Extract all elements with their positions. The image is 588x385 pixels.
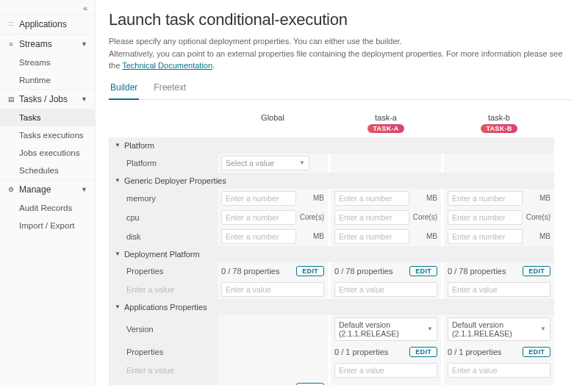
chevron-down-icon: ▼: [115, 303, 121, 310]
memory-a-input[interactable]: [334, 191, 409, 206]
label-placeholder: Enter a value: [109, 280, 218, 299]
label-memory: memory: [109, 189, 218, 208]
memory-global-input[interactable]: [221, 191, 296, 206]
label-properties: Properties: [109, 343, 218, 361]
label-placeholder: Enter a value: [109, 361, 218, 380]
main-content: Launch task conditional-execution Please…: [96, 0, 588, 385]
label-platform: Platform: [109, 154, 218, 173]
sidebar-item-streams-sub[interactable]: Streams: [0, 54, 95, 71]
edit-button[interactable]: EDIT: [523, 266, 551, 276]
sidebar-item-import-export[interactable]: Import / Export: [0, 217, 95, 234]
section-platform[interactable]: ▼Platform: [109, 137, 554, 154]
sidebar-item-tasks[interactable]: ▤ Tasks / Jobs ▼: [0, 89, 95, 109]
sidebar-label: Tasks / Jobs: [19, 94, 68, 104]
cpu-global-input[interactable]: [221, 210, 296, 225]
cpu-a-input[interactable]: [334, 210, 409, 225]
section-apps[interactable]: ▼Applications Properties: [109, 299, 554, 315]
section-args[interactable]: ▼Arguments: [109, 380, 218, 386]
edit-button[interactable]: EDIT: [523, 347, 551, 357]
sidebar-item-streams[interactable]: ≡ Streams ▼: [0, 34, 95, 54]
apps-val-b[interactable]: [448, 363, 551, 378]
section-generic[interactable]: ▼Generic Deployer Properties: [109, 173, 554, 189]
sidebar-label: Streams: [19, 39, 52, 49]
sidebar-item-runtime[interactable]: Runtime: [0, 71, 95, 89]
sidebar-item-audit[interactable]: Audit Records: [0, 199, 95, 217]
col-header-task-a: task-aTASK-A: [331, 107, 441, 137]
chevron-down-icon: ▼: [115, 142, 121, 148]
edit-button[interactable]: EDIT: [296, 383, 324, 386]
chevron-down-icon: ▼: [81, 40, 87, 48]
label-disk: disk: [109, 227, 218, 246]
chevron-down-icon: ▼: [427, 325, 433, 332]
sidebar-collapse[interactable]: «: [0, 0, 95, 14]
chevron-down-icon: ▼: [299, 159, 305, 166]
page-title: Launch task conditional-execution: [109, 10, 572, 29]
version-b-select[interactable]: Default version (2.1.1.RELEASE)▼: [448, 317, 551, 341]
col-header-task-b: task-bTASK-B: [444, 107, 554, 137]
disk-b-input[interactable]: [448, 229, 523, 244]
gear-icon: ⚙: [7, 186, 15, 193]
section-deploy[interactable]: ▼Deployment Platform: [109, 246, 554, 262]
tab-builder[interactable]: Builder: [109, 79, 139, 100]
intro-text: Please specify any optional deployment p…: [109, 35, 572, 72]
label-properties: Properties: [109, 262, 218, 280]
unit-mb: MB: [299, 194, 324, 202]
sidebar: « ∷ Applications ≡ Streams ▼ Streams Run…: [0, 0, 96, 385]
sidebar-item-tasks-exec[interactable]: Tasks executions: [0, 126, 95, 144]
cpu-b-input[interactable]: [448, 210, 523, 225]
edit-button[interactable]: EDIT: [296, 266, 324, 276]
label-cpu: cpu: [109, 208, 218, 227]
col-header-global: Global: [218, 107, 328, 137]
collapse-icon: «: [83, 4, 87, 12]
sidebar-label: Applications: [19, 19, 67, 29]
memory-b-input[interactable]: [448, 191, 523, 206]
chevron-down-icon: ▼: [81, 186, 87, 193]
deploy-val-a[interactable]: [334, 282, 437, 297]
chevron-down-icon: ▼: [81, 96, 87, 103]
properties-grid: Global task-aTASK-A task-bTASK-B ▼Platfo…: [109, 107, 572, 386]
sidebar-label: Manage: [19, 184, 51, 195]
tabs: Builder Freetext: [109, 79, 572, 100]
sidebar-item-schedules[interactable]: Schedules: [0, 162, 95, 179]
streams-icon: ≡: [7, 40, 15, 48]
sidebar-item-applications[interactable]: ∷ Applications: [0, 14, 95, 34]
tasks-icon: ▤: [7, 96, 15, 103]
disk-global-input[interactable]: [221, 229, 296, 244]
chevron-down-icon: ▼: [115, 251, 121, 257]
chevron-down-icon: ▼: [115, 177, 121, 184]
chip-task-b: TASK-B: [481, 124, 517, 133]
label-version: Version: [109, 315, 218, 343]
grid-icon: ∷: [7, 21, 15, 28]
deploy-val-b[interactable]: [448, 282, 551, 297]
sidebar-item-jobs-exec[interactable]: Jobs executions: [0, 144, 95, 162]
sidebar-item-tasks-sub[interactable]: Tasks: [0, 109, 95, 126]
version-a-select[interactable]: Default version (2.1.1.RELEASE)▼: [334, 317, 437, 341]
chevron-down-icon: ▼: [540, 325, 546, 332]
platform-select[interactable]: Select a value▼: [221, 156, 309, 170]
edit-button[interactable]: EDIT: [409, 266, 437, 276]
deploy-val-global[interactable]: [221, 282, 324, 297]
disk-a-input[interactable]: [334, 229, 409, 244]
edit-button[interactable]: EDIT: [409, 347, 437, 357]
tab-freetext[interactable]: Freetext: [152, 79, 187, 99]
unit-cores: Core(s): [299, 213, 324, 221]
docs-link[interactable]: Technical Documentation: [122, 61, 212, 70]
chip-task-a: TASK-A: [368, 124, 404, 133]
apps-val-a[interactable]: [334, 363, 437, 378]
sidebar-item-manage[interactable]: ⚙ Manage ▼: [0, 179, 95, 199]
